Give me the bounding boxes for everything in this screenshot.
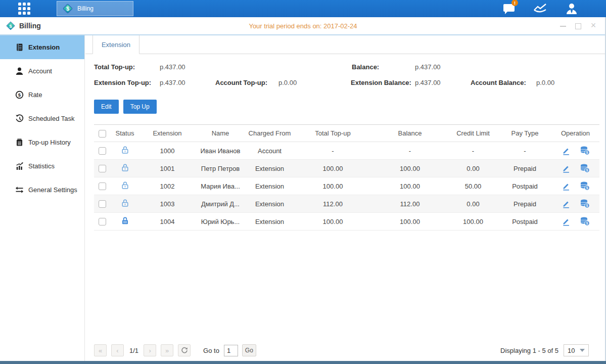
account-balance-value: p.0.00 bbox=[536, 79, 554, 86]
person-icon bbox=[15, 67, 24, 75]
cell-extension: 1002 bbox=[139, 177, 195, 195]
first-page-button[interactable]: « bbox=[94, 344, 107, 356]
sidebar-item-label: Top-up History bbox=[28, 139, 71, 146]
extension-topup-label: Extension Top-up: bbox=[94, 79, 151, 86]
total-topup-value: p.437.00 bbox=[160, 63, 185, 71]
last-page-button[interactable]: » bbox=[161, 344, 173, 356]
stats-icon bbox=[15, 162, 24, 170]
cell-charged-from: Account bbox=[246, 142, 294, 160]
window-title: Billing bbox=[19, 22, 41, 30]
sidebar-item-label: Account bbox=[28, 67, 52, 75]
page-size-value: 10 bbox=[568, 347, 575, 354]
edit-row-icon[interactable] bbox=[562, 217, 571, 226]
sidebar-item-label: Rate bbox=[28, 91, 42, 99]
col-extension: Extension bbox=[139, 125, 195, 142]
sidebar-item-label: Extension bbox=[28, 43, 60, 51]
status-lock-icon[interactable] bbox=[121, 163, 129, 172]
sidebar-item-scheduled-task[interactable]: Scheduled Task bbox=[0, 107, 84, 130]
col-total-topup: Total Top-up bbox=[294, 125, 372, 142]
goto-page-input[interactable] bbox=[224, 345, 238, 356]
edit-button[interactable]: Edit bbox=[94, 100, 119, 114]
top-up-row-icon[interactable]: $ bbox=[580, 199, 590, 208]
topbar: $ Billing ! bbox=[0, 0, 606, 17]
billing-app-icon: $ bbox=[6, 21, 16, 31]
edit-row-icon[interactable] bbox=[562, 199, 571, 208]
svg-text:$: $ bbox=[586, 204, 588, 208]
svg-text:$: $ bbox=[586, 221, 588, 225]
cell-balance: - bbox=[372, 142, 448, 160]
status-lock-icon[interactable] bbox=[121, 181, 129, 190]
sidebar-item-label: General Settings bbox=[28, 186, 77, 194]
total-topup-label: Total Top-up: bbox=[94, 63, 135, 71]
chat-icon[interactable]: ! bbox=[501, 2, 517, 15]
row-checkbox[interactable] bbox=[99, 183, 106, 190]
sidebar-item-label: Scheduled Task bbox=[28, 115, 75, 122]
sidebar-item-statistics[interactable]: Statistics bbox=[0, 154, 84, 178]
cell-pay-type: Postpaid bbox=[498, 177, 551, 195]
window-bottom-border bbox=[0, 361, 606, 364]
edit-row-icon[interactable] bbox=[562, 181, 571, 191]
cell-total-topup: 100.00 bbox=[294, 177, 372, 195]
row-checkbox[interactable] bbox=[99, 218, 106, 225]
edit-row-icon[interactable] bbox=[562, 146, 571, 155]
task-tab-billing[interactable]: $ Billing bbox=[57, 1, 133, 16]
sidebar-item-account[interactable]: Account bbox=[0, 59, 84, 83]
next-page-button[interactable]: › bbox=[144, 344, 156, 356]
cell-credit-limit: 0.00 bbox=[448, 195, 498, 213]
sidebar-item-extension[interactable]: Extension bbox=[0, 35, 84, 59]
pagination-bar: « ‹ 1/1 › » Go to Go Displaying 1 - 5 of… bbox=[94, 344, 589, 357]
balance-summary: Total Top-up: p.437.00 Balance: p.437.00… bbox=[85, 62, 606, 86]
status-lock-icon[interactable] bbox=[121, 216, 129, 225]
go-button[interactable]: Go bbox=[242, 344, 256, 356]
balance-label: Balance: bbox=[352, 63, 379, 71]
ledger-icon bbox=[15, 43, 24, 52]
table-row: 1002 Мария Ива... Extension 100.00 100.0… bbox=[94, 177, 599, 195]
top-up-button[interactable]: Top Up bbox=[123, 100, 157, 114]
notepad-icon bbox=[15, 138, 24, 147]
goto-label: Go to bbox=[203, 347, 219, 354]
col-name: Name bbox=[195, 125, 246, 142]
minimize-button[interactable] bbox=[560, 22, 567, 29]
refresh-button[interactable] bbox=[178, 344, 191, 356]
cell-extension: 1000 bbox=[139, 142, 195, 160]
extension-balance-label: Extension Balance: bbox=[351, 79, 411, 86]
sidebar-item-general-settings[interactable]: General Settings bbox=[0, 178, 84, 202]
cell-charged-from: Extension bbox=[246, 195, 294, 213]
main-content: Extension Total Top-up: p.437.00 Balance… bbox=[85, 35, 606, 361]
top-up-row-icon[interactable]: $ bbox=[580, 164, 590, 173]
page-size-select[interactable]: 10 bbox=[564, 344, 589, 356]
top-up-row-icon[interactable]: $ bbox=[580, 146, 590, 155]
maximize-button[interactable] bbox=[575, 22, 582, 29]
status-lock-icon[interactable] bbox=[121, 146, 129, 154]
status-lock-icon[interactable] bbox=[121, 199, 129, 207]
cell-name: Мария Ива... bbox=[195, 177, 246, 195]
tab-bar: Extension bbox=[85, 35, 606, 54]
account-balance-label: Account Balance: bbox=[471, 79, 526, 86]
top-up-row-icon[interactable]: $ bbox=[580, 217, 590, 226]
select-all-checkbox[interactable] bbox=[99, 130, 106, 138]
top-up-row-icon[interactable]: $ bbox=[580, 181, 590, 191]
table-row: 1004 Юрий Юрь... Extension 100.00 100.00… bbox=[94, 213, 599, 231]
sidebar-item-rate[interactable]: $ Rate bbox=[0, 83, 84, 107]
table-header-row: Status Extension Name Charged From Total… bbox=[94, 125, 599, 142]
cell-name: Иван Иванов bbox=[195, 142, 246, 160]
tab-extension[interactable]: Extension bbox=[92, 35, 139, 54]
row-checkbox[interactable] bbox=[99, 147, 106, 155]
prev-page-button[interactable]: ‹ bbox=[111, 344, 124, 356]
close-button[interactable]: × bbox=[590, 22, 597, 29]
svg-text:$: $ bbox=[586, 168, 588, 172]
sidebar-item-label: Statistics bbox=[28, 162, 55, 170]
sidebar-item-topup-history[interactable]: Top-up History bbox=[0, 130, 84, 154]
notification-badge: ! bbox=[511, 0, 518, 6]
user-icon[interactable] bbox=[564, 2, 580, 15]
edit-row-icon[interactable] bbox=[562, 164, 571, 173]
exchange-arrows-icon bbox=[15, 186, 24, 194]
account-topup-value: p.0.00 bbox=[278, 79, 297, 86]
cell-charged-from: Extension bbox=[246, 213, 294, 231]
cell-credit-limit: 100.00 bbox=[448, 213, 498, 231]
billing-diamond-icon: $ bbox=[62, 3, 73, 14]
chart-line-icon[interactable] bbox=[532, 2, 548, 15]
app-grid-icon[interactable] bbox=[18, 3, 30, 15]
row-checkbox[interactable] bbox=[99, 165, 106, 172]
row-checkbox[interactable] bbox=[99, 200, 106, 208]
